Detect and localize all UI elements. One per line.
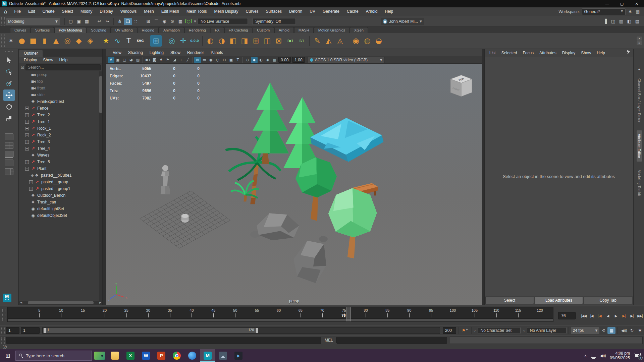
boolean-union-icon[interactable]: ◐ <box>205 35 216 47</box>
paint-select-tool-button[interactable] <box>3 78 15 89</box>
snap-grid-icon[interactable]: ⊞ <box>144 18 152 25</box>
expander-icon[interactable]: + <box>25 133 29 137</box>
color-space-dropdown[interactable]: ACES 1.0 SDR-video (sRGB)▼ <box>308 57 385 63</box>
shelf-tab-rendering[interactable]: Rendering <box>184 27 210 33</box>
statue-object[interactable] <box>161 165 170 194</box>
bridge-icon[interactable]: ◫ <box>262 35 273 47</box>
playback-options-icon[interactable]: ▦ <box>607 327 615 334</box>
menu-mesh-tools[interactable]: Mesh Tools <box>183 7 210 16</box>
side-tab-modeling-toolkit[interactable]: Modeling Toolkit <box>637 166 642 199</box>
image-plane-icon[interactable]: ◢ <box>171 57 178 63</box>
outliner-item-tree-2[interactable]: +↗Tree_2 <box>19 112 102 118</box>
shelf-list-icon[interactable]: ≡ <box>637 41 642 45</box>
menu-edit[interactable]: Edit <box>24 7 39 16</box>
select-camera-icon[interactable]: A <box>108 57 114 63</box>
time-slider[interactable]: 5101520253035404550556065707580859095100… <box>7 307 553 322</box>
poly-torus-icon[interactable]: ◎ <box>62 35 73 47</box>
viewport-menu-lighting[interactable]: Lighting <box>147 50 167 56</box>
menu-deform[interactable]: Deform <box>285 7 306 16</box>
mute-audio-icon[interactable]: ◀))) <box>620 327 628 334</box>
live-surface-field[interactable]: No Live Surface <box>198 18 248 25</box>
character-set-dropdown[interactable]: ▽ No Character Set <box>474 327 520 334</box>
shelf-tab-custom[interactable]: Custom <box>253 27 274 33</box>
gate-mask-icon[interactable]: ◕ <box>128 57 135 63</box>
pane-attr-icon[interactable]: ◫ <box>609 18 617 25</box>
anim-layer-dropdown[interactable]: ▽ No Anim Layer <box>523 327 567 334</box>
snap-curve-icon[interactable]: ⌒ <box>152 18 160 25</box>
network-icon[interactable] <box>591 354 596 358</box>
blue-app-icon[interactable] <box>184 349 200 362</box>
rotate-tool-button[interactable] <box>3 101 15 113</box>
shelf-tab-animation[interactable]: Animation <box>159 27 184 33</box>
xray-icon[interactable]: ▦ <box>271 57 278 63</box>
new-scene-icon[interactable]: ▢ <box>67 18 75 25</box>
outliner-item-defaultlightset[interactable]: ◉defaultLightSet <box>19 205 102 212</box>
animation-start-field[interactable]: 1 <box>6 327 19 334</box>
camera-attributes-icon[interactable]: ■◄ <box>144 57 151 63</box>
volume-icon[interactable]: ◀))) <box>600 354 606 358</box>
notification-center-icon[interactable]: 4 <box>634 353 641 358</box>
expander-icon[interactable]: + <box>25 120 29 124</box>
go-to-end-button[interactable]: ▶▶| <box>636 312 644 319</box>
outliner-item-pasted-pcube1[interactable]: ─●❖pasted__pCube1 <box>19 172 102 179</box>
command-language-label[interactable]: MEL <box>321 338 336 343</box>
poly-cube-icon[interactable]: ■ <box>28 35 39 47</box>
poly-sphere-icon[interactable]: ● <box>16 35 28 47</box>
command-input-field[interactable] <box>6 337 321 344</box>
current-frame-field[interactable]: 76 <box>558 312 576 319</box>
viewport-canvas[interactable]: TOP FRONT x y z Verts:505500Edges:104370… <box>106 64 482 305</box>
menu-mesh-display[interactable]: Mesh Display <box>211 7 242 16</box>
viewport-menu-show[interactable]: Show <box>167 50 183 56</box>
step-forward-key-button[interactable]: ▶| <box>620 312 628 319</box>
shelf-tab-rigging[interactable]: Rigging <box>138 27 159 33</box>
lasso-tool-button[interactable] <box>3 66 15 77</box>
outliner-item-waves[interactable]: ❖Waves <box>19 152 102 159</box>
snap-point-icon[interactable]: ◉ <box>160 18 168 25</box>
minimize-button[interactable]: — <box>600 0 614 7</box>
ae-menu-selected[interactable]: Selected <box>499 51 520 55</box>
shaded-textured-icon[interactable]: ◐ <box>258 57 264 63</box>
step-forward-frame-button[interactable]: ▶| <box>628 312 636 319</box>
type-tool-icon[interactable]: T <box>123 35 135 47</box>
outliner-vertical-scrollbar[interactable] <box>99 71 102 301</box>
anim-prefs-icon[interactable]: ✱ <box>636 327 644 334</box>
select-button[interactable]: Select <box>485 297 534 304</box>
selection-highlight-icon[interactable]: ⊡ <box>221 57 228 63</box>
play-backwards-button[interactable]: ◀ <box>604 312 612 319</box>
symmetry-field[interactable]: Symmetry: Off <box>252 18 296 25</box>
multi-cut-icon[interactable]: ⊠ <box>273 35 284 47</box>
fps-dropdown[interactable]: 24 fps▼ <box>571 327 600 334</box>
center-pivot-icon[interactable]: ◎ <box>166 35 177 47</box>
mirror-icon[interactable]: [▸] <box>296 35 307 47</box>
shelf-tab-arnold[interactable]: Arnold <box>274 27 294 33</box>
undo-icon[interactable]: ↩ <box>95 18 103 25</box>
animation-end-field[interactable]: 200 <box>443 327 456 334</box>
poly-gem-icon[interactable]: ◆ <box>73 35 85 47</box>
expander-icon[interactable]: + <box>25 113 29 117</box>
expander-icon[interactable]: + <box>25 107 29 110</box>
playback-start-field[interactable]: 1 <box>21 327 40 334</box>
film-gate-2-icon[interactable]: ▭ <box>201 57 208 63</box>
shelf-menu-icon[interactable]: ▾ <box>637 37 642 41</box>
pane-tool-icon[interactable]: ▥ <box>617 18 625 25</box>
boolean-diff-icon[interactable]: ◑ <box>216 35 227 47</box>
extrude-icon[interactable]: ⊞ <box>250 35 262 47</box>
bookmark-icon[interactable]: ⚑+ <box>461 328 469 333</box>
menu-mesh[interactable]: Mesh <box>140 7 157 16</box>
move-tool-button[interactable] <box>3 89 15 101</box>
menu-display[interactable]: Display <box>96 7 116 16</box>
wireframe-icon[interactable]: ◇ <box>244 57 251 63</box>
maximize-button[interactable]: ▢ <box>614 0 629 7</box>
menu-select[interactable]: Select <box>58 7 77 16</box>
timeline-playhead[interactable] <box>346 307 351 321</box>
poly-cone-icon[interactable]: ▲ <box>50 35 62 47</box>
exposure-field[interactable]: 0.00 <box>278 57 291 63</box>
outliner-item-pasted-group1[interactable]: +↗pasted__group1 <box>19 185 102 192</box>
handles-icon[interactable]: ○ <box>214 57 221 63</box>
outliner-item-rock-2[interactable]: +↗Rock_2 <box>19 132 102 138</box>
expander-icon[interactable]: + <box>25 127 29 130</box>
range-slider-track[interactable]: 1 120 <box>42 327 440 334</box>
menu-edit-mesh[interactable]: Edit Mesh <box>158 7 183 16</box>
outliner-item-plant[interactable]: −↗Plant <box>19 165 102 172</box>
ae-menu-show[interactable]: Show <box>578 51 594 55</box>
